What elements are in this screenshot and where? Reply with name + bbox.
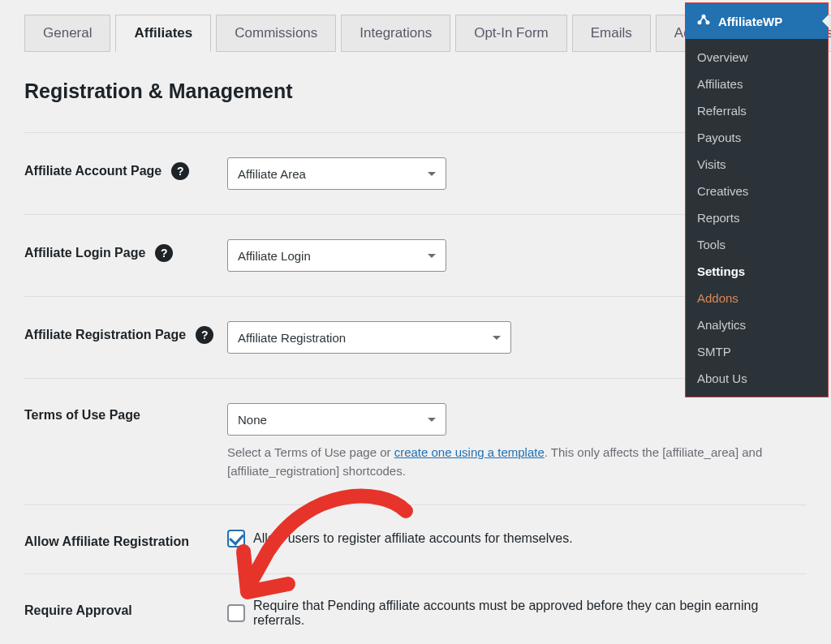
checkbox-row: Allow users to register affiliate accoun… <box>227 530 807 547</box>
affiliatewp-logo-icon <box>695 13 712 29</box>
sidebar-menu: Overview Affiliates Referrals Payouts Vi… <box>686 39 828 397</box>
sidebar-item-creatives[interactable]: Creatives <box>686 178 828 204</box>
select-registration-page[interactable]: Affiliate Registration <box>227 321 511 354</box>
label-text: Affiliate Login Page <box>24 246 145 260</box>
sidebar-item-overview[interactable]: Overview <box>686 44 828 71</box>
select-value: Affiliate Login <box>238 249 311 263</box>
checkbox-label: Require that Pending affiliate accounts … <box>253 599 807 628</box>
sidebar-item-visits[interactable]: Visits <box>686 151 828 178</box>
label-text: Allow Affiliate Registration <box>24 535 189 549</box>
label-account-page: Affiliate Account Page ? <box>24 157 227 180</box>
sidebar-item-reports[interactable]: Reports <box>686 204 828 231</box>
checkbox-row: Require that Pending affiliate accounts … <box>227 599 807 628</box>
sidebar-item-affiliates[interactable]: Affiliates <box>686 71 828 97</box>
sidebar-item-payouts[interactable]: Payouts <box>686 124 828 151</box>
chevron-down-icon <box>428 172 436 176</box>
tab-integrations[interactable]: Integrations <box>341 15 450 52</box>
sidebar-item-tools[interactable]: Tools <box>686 231 828 258</box>
row-require-approval: Require Approval Require that Pending af… <box>24 573 807 644</box>
sidebar-item-settings[interactable]: Settings <box>686 258 828 285</box>
checkbox-allow-registration[interactable] <box>227 530 245 547</box>
sidebar-title: AffiliateWP <box>718 15 782 28</box>
checkbox-label: Allow users to register affiliate accoun… <box>253 531 573 546</box>
select-value: None <box>238 413 267 427</box>
select-value: Affiliate Area <box>238 167 306 181</box>
create-template-link[interactable]: create one using a template <box>394 445 545 459</box>
label-registration-page: Affiliate Registration Page ? <box>24 321 227 344</box>
row-allow-registration: Allow Affiliate Registration Allow users… <box>24 504 807 573</box>
chevron-down-icon <box>493 336 501 340</box>
label-text: Require Approval <box>24 603 132 618</box>
desc-text: Select a Terms of Use page or <box>227 445 394 459</box>
tab-emails[interactable]: Emails <box>572 15 651 52</box>
label-text: Terms of Use Page <box>24 408 140 423</box>
label-text: Affiliate Registration Page <box>24 328 186 342</box>
help-icon[interactable]: ? <box>171 162 189 180</box>
help-icon[interactable]: ? <box>196 326 213 344</box>
chevron-down-icon <box>428 418 436 422</box>
label-login-page: Affiliate Login Page ? <box>24 239 227 262</box>
label-require-approval: Require Approval <box>24 599 227 618</box>
sidebar-item-about-us[interactable]: About Us <box>686 365 828 392</box>
sidebar-item-referrals[interactable]: Referrals <box>686 97 828 124</box>
checkbox-require-approval[interactable] <box>227 604 245 622</box>
select-terms-page[interactable]: None <box>227 403 446 436</box>
label-allow-registration: Allow Affiliate Registration <box>24 530 227 549</box>
terms-description: Select a Terms of Use page or create one… <box>227 444 807 480</box>
sidebar-item-smtp[interactable]: SMTP <box>686 338 828 365</box>
sidebar-item-addons[interactable]: Addons <box>686 285 828 311</box>
label-text: Affiliate Account Page <box>24 164 161 178</box>
help-icon[interactable]: ? <box>155 244 173 262</box>
tab-general[interactable]: General <box>24 15 110 52</box>
admin-sidebar: AffiliateWP Overview Affiliates Referral… <box>685 2 829 397</box>
select-account-page[interactable]: Affiliate Area <box>227 157 446 190</box>
label-terms-page: Terms of Use Page <box>24 403 227 423</box>
select-value: Affiliate Registration <box>238 331 346 345</box>
tab-affiliates[interactable]: Affiliates <box>115 15 211 52</box>
sidebar-item-analytics[interactable]: Analytics <box>686 311 828 338</box>
select-login-page[interactable]: Affiliate Login <box>227 239 446 272</box>
chevron-down-icon <box>428 254 436 258</box>
sidebar-header[interactable]: AffiliateWP <box>686 3 828 39</box>
tab-opt-in-form[interactable]: Opt-In Form <box>455 15 567 52</box>
pointer-icon <box>822 15 829 28</box>
tab-commissions[interactable]: Commissions <box>216 15 336 52</box>
